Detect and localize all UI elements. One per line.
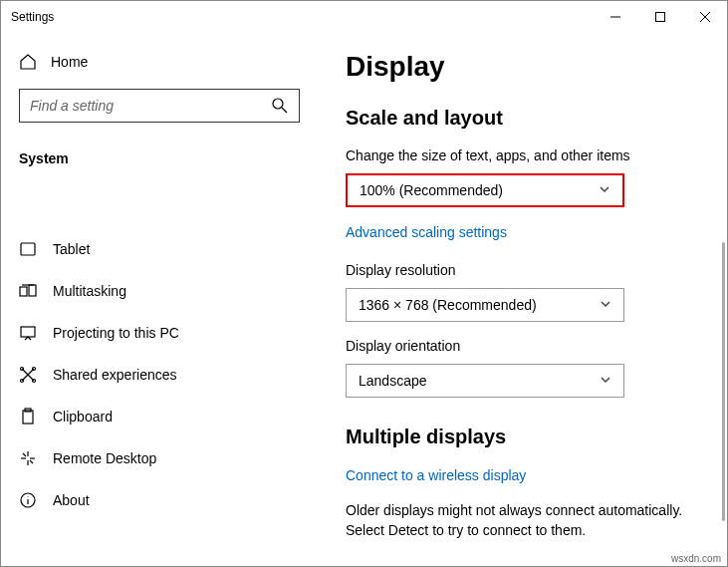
clipboard-icon <box>19 408 37 425</box>
svg-line-24 <box>23 453 26 456</box>
orientation-value: Landscape <box>359 373 427 389</box>
sidebar-item-label: Clipboard <box>53 409 113 425</box>
sidebar-item-label: Shared experiences <box>53 367 177 383</box>
window-title: Settings <box>11 10 593 24</box>
section-heading-scale: Scale and layout <box>346 107 703 130</box>
home-nav[interactable]: Home <box>19 47 300 89</box>
sidebar-item-label: Tablet <box>53 241 90 257</box>
titlebar: Settings <box>1 1 727 33</box>
svg-rect-18 <box>23 411 33 424</box>
watermark: wsxdn.com <box>671 553 721 564</box>
sidebar-item-multitasking[interactable]: Multitasking <box>1 270 318 312</box>
orientation-label: Display orientation <box>346 338 703 354</box>
search-box[interactable] <box>19 89 300 123</box>
svg-line-25 <box>30 460 33 463</box>
svg-rect-9 <box>29 285 36 296</box>
svg-rect-8 <box>20 287 27 296</box>
about-icon <box>19 491 37 509</box>
svg-rect-6 <box>21 243 35 255</box>
search-icon <box>271 97 289 115</box>
sidebar-item-shared[interactable]: Shared experiences <box>1 354 318 396</box>
sidebar-item-about[interactable]: About <box>1 479 318 521</box>
close-button[interactable] <box>682 1 727 33</box>
minimize-button[interactable] <box>593 1 637 33</box>
sidebar-item-label: Projecting to this PC <box>53 325 179 341</box>
wireless-display-link[interactable]: Connect to a wireless display <box>346 467 526 483</box>
sidebar-item-clipboard[interactable]: Clipboard <box>1 396 318 437</box>
resolution-value: 1366 × 768 (Recommended) <box>359 297 537 313</box>
scrollbar[interactable] <box>722 242 725 521</box>
sidebar-item-remote[interactable]: Remote Desktop <box>1 437 318 479</box>
sidebar-item-projecting[interactable]: Projecting to this PC <box>1 312 318 354</box>
resolution-label: Display resolution <box>346 262 703 278</box>
maximize-button[interactable] <box>637 1 682 33</box>
search-input[interactable] <box>30 98 271 114</box>
sidebar-item-label: Remote Desktop <box>53 450 156 466</box>
multitasking-icon <box>19 282 37 300</box>
detect-note: Older displays might not always connect … <box>346 501 684 540</box>
category-label: System <box>19 142 300 174</box>
svg-rect-11 <box>21 327 35 337</box>
svg-line-5 <box>282 108 287 113</box>
projecting-icon <box>19 324 37 342</box>
resolution-dropdown[interactable]: 1366 × 768 (Recommended) <box>346 288 624 322</box>
advanced-scaling-link[interactable]: Advanced scaling settings <box>346 224 507 240</box>
orientation-dropdown[interactable]: Landscape <box>346 364 624 398</box>
nav-list: Tablet Multitasking Projecting to this P… <box>1 184 318 521</box>
svg-rect-1 <box>655 13 664 22</box>
chevron-down-icon <box>600 373 611 389</box>
page-title: Display <box>346 51 703 83</box>
svg-point-4 <box>273 99 283 109</box>
chevron-down-icon <box>599 182 610 198</box>
chevron-down-icon <box>600 297 611 313</box>
home-icon <box>19 53 37 71</box>
section-heading-multiple: Multiple displays <box>346 425 703 448</box>
scale-label: Change the size of text, apps, and other… <box>346 147 703 163</box>
shared-icon <box>19 366 37 384</box>
sidebar-item-label: About <box>53 492 90 508</box>
sidebar-item-label: Multitasking <box>53 283 126 299</box>
remote-icon <box>19 449 37 467</box>
sidebar: Home System Tablet Multitasking Projecti… <box>1 33 318 566</box>
tablet-icon <box>19 240 37 258</box>
home-label: Home <box>51 54 88 70</box>
sidebar-item-tablet[interactable]: Tablet <box>1 228 318 270</box>
scale-dropdown[interactable]: 100% (Recommended) <box>346 173 624 207</box>
window-controls <box>593 1 727 33</box>
scale-value: 100% (Recommended) <box>360 182 503 198</box>
main-content: Display Scale and layout Change the size… <box>318 33 727 566</box>
